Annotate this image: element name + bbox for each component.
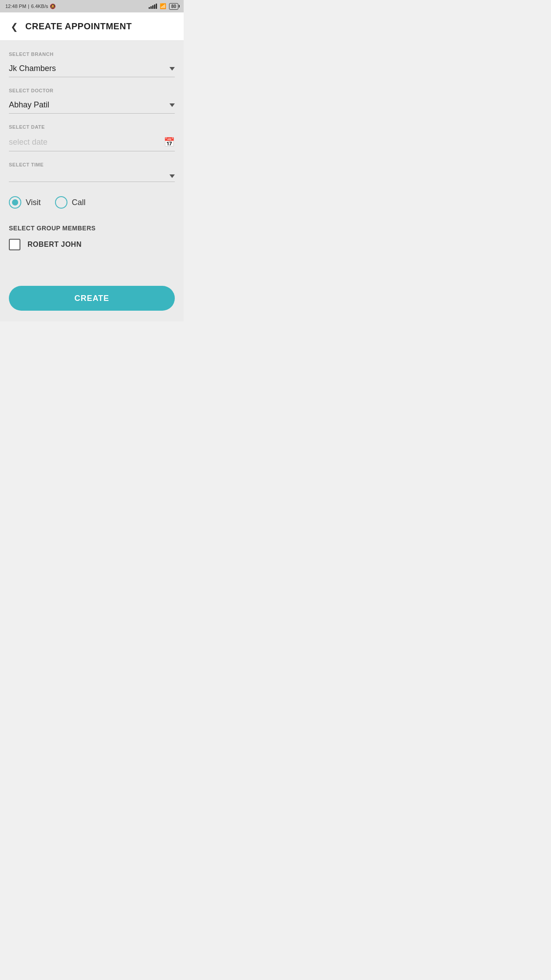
create-button-container: CREATE: [0, 286, 184, 321]
visit-radio-outer: [9, 196, 21, 209]
doctor-label: SELECT DOCTOR: [9, 88, 175, 93]
group-section: SELECT GROUP MEMBERS ROBERT JOHN: [0, 216, 184, 259]
call-radio-label: Call: [72, 198, 86, 207]
chevron-down-icon: [169, 174, 175, 178]
visit-radio-label: Visit: [26, 198, 41, 207]
battery-indicator: 80: [169, 3, 178, 10]
branch-label: SELECT BRANCH: [9, 51, 175, 57]
bottom-spacer: [0, 259, 184, 286]
mute-icon: 🔕: [50, 4, 56, 9]
branch-value: Jk Chambers: [9, 64, 56, 73]
time-label: SELECT TIME: [9, 162, 175, 167]
date-select[interactable]: select date 📅: [9, 133, 175, 151]
status-right: 📶 80: [149, 3, 178, 10]
date-label: SELECT DATE: [9, 124, 175, 130]
doctor-section: SELECT DOCTOR Abhay Patil: [9, 88, 175, 114]
group-title: SELECT GROUP MEMBERS: [9, 225, 175, 232]
date-section: SELECT DATE select date 📅: [9, 124, 175, 151]
top-nav: ❮ CREATE APPOINTMENT: [0, 12, 184, 41]
back-button[interactable]: ❮: [7, 19, 22, 35]
doctor-select[interactable]: Abhay Patil: [9, 97, 175, 114]
status-bar: 12:48 PM | 6.4KB/s 🔕 📶 80: [0, 0, 184, 12]
appointment-type-row: Visit Call: [9, 193, 175, 216]
page-title: CREATE APPOINTMENT: [25, 21, 132, 32]
time-section: SELECT TIME: [9, 162, 175, 182]
member-checkbox[interactable]: [9, 239, 20, 250]
member-row: ROBERT JOHN: [9, 239, 175, 259]
doctor-value: Abhay Patil: [9, 100, 49, 110]
chevron-down-icon: [169, 67, 175, 71]
network-speed: |: [28, 4, 29, 9]
time-select[interactable]: [9, 171, 175, 182]
status-left: 12:48 PM | 6.4KB/s 🔕: [5, 4, 56, 9]
signal-icon: [149, 4, 157, 9]
branch-select[interactable]: Jk Chambers: [9, 60, 175, 77]
date-placeholder: select date: [9, 138, 47, 147]
visit-radio-inner: [12, 199, 18, 205]
wifi-icon: 📶: [160, 3, 166, 9]
branch-section: SELECT BRANCH Jk Chambers: [9, 51, 175, 77]
time-display: 12:48 PM: [5, 4, 26, 9]
call-radio-outer: [55, 196, 67, 209]
form-area: SELECT BRANCH Jk Chambers SELECT DOCTOR …: [0, 41, 184, 216]
call-radio-option[interactable]: Call: [55, 196, 86, 209]
calendar-icon: 📅: [164, 137, 175, 147]
chevron-down-icon: [169, 103, 175, 107]
create-button[interactable]: CREATE: [9, 286, 175, 311]
visit-radio-option[interactable]: Visit: [9, 196, 41, 209]
network-display: 6.4KB/s: [31, 4, 48, 9]
member-name: ROBERT JOHN: [28, 241, 82, 249]
